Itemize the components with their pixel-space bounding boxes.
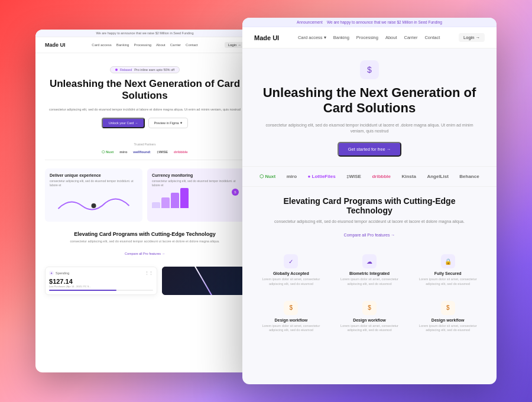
screenshot-left: We are happy to announce that we raise $…	[35, 30, 254, 372]
wave-illustration	[50, 191, 138, 217]
phone-card	[162, 267, 245, 295]
biometric-icon: ☁	[362, 254, 377, 268]
right-hero-description: consectetur adipiscing elit, sed do eius…	[260, 122, 479, 135]
right-navbar: Made UI Card access ▾ Banking Processing…	[242, 27, 497, 48]
right-hero-section: $ Unleashing the Next Generation of Card…	[242, 48, 497, 166]
trusted-label: Trusted Partners	[35, 142, 254, 146]
left-cutting-section: Elevating Card Programs with Cutting-Edg…	[35, 226, 254, 262]
design-workflow-2-desc: Lorem ipsum dolor sit amet, consectetur …	[336, 324, 403, 333]
partner-wellfound: wellfound:	[133, 150, 151, 154]
right-nav-contact[interactable]: Contact	[424, 35, 440, 40]
biometric-title: Biometric Integrated	[336, 271, 403, 275]
feature-design-workflow-3: $ Design workflow Lorem ipsum dolor sit …	[411, 296, 485, 338]
left-cutting-title: Elevating Card Programs with Cutting-Edg…	[45, 231, 245, 237]
spending-label: Spending	[56, 271, 69, 275]
left-feature-currency: Currency monitoring consectetur adipisci…	[147, 168, 245, 222]
right-compare-link[interactable]: Compare all Pro features →	[344, 233, 395, 237]
partner-logos-row: ⬡ Nuxt miro wellfound: ‡WISE dribbble	[35, 150, 254, 154]
phone-screen	[162, 267, 245, 295]
left-features-section: Deliver unique experience consectetur ad…	[35, 164, 254, 226]
right-login-button[interactable]: Login →	[459, 33, 485, 42]
left-announcement-text: We are happy to announce that we raise $…	[96, 31, 193, 35]
badge-pro: Pro inline earn upto 50% off	[134, 68, 174, 72]
feature-design-workflow-2: $ Design workflow Lorem ipsum dolor sit …	[333, 296, 407, 338]
right-partner-lottiefiles: ● LottieFiles	[308, 174, 336, 179]
biometric-desc: Lorem ipsum dolor sit amet, consectetur …	[336, 277, 403, 286]
left-announcement-bar: We are happy to announce that we raise $…	[35, 30, 254, 37]
right-partners-row: ⬡ Nuxt miro ● LottieFiles ‡WISE dribbble…	[242, 166, 497, 187]
spending-icon: ✦	[49, 271, 54, 275]
spending-progress-bar	[49, 290, 153, 291]
left-login-button[interactable]: Login →	[225, 42, 245, 48]
left-unlock-button[interactable]: Unlock your Card →	[102, 118, 145, 128]
right-logo: Made UI	[254, 34, 279, 41]
feature-biometric: ☁ Biometric Integrated Lorem ipsum dolor…	[333, 249, 407, 291]
left-trusted-partners: Trusted Partners ⬡ Nuxt miro wellfound: …	[35, 142, 254, 154]
design-workflow-1-title: Design workflow	[258, 318, 325, 322]
left-hero-section: Relased Pro inline earn upto 50% off Unl…	[35, 53, 254, 142]
left-cutting-desc: consectetur adipiscing elit, sed do eius…	[45, 239, 245, 244]
right-announcement-text: Announcement We are happy to announce th…	[297, 20, 442, 24]
globally-accepted-icon: ✓	[284, 254, 298, 268]
partner-nuxt: ⬡ Nuxt	[102, 150, 113, 154]
dollar-icon: $	[367, 65, 372, 74]
svg-point-0	[92, 203, 96, 208]
right-cutting-desc: consectetur adipiscing elit, sed do eius…	[260, 219, 479, 225]
feature-secured: 🔒 Fully Secured Lorem ipsum dolor sit am…	[411, 249, 485, 291]
right-partner-nuxt: ⬡ Nuxt	[259, 174, 275, 179]
left-hero-description: consectetur adipiscing elit, sed do eius…	[47, 107, 242, 112]
right-nav-processing[interactable]: Processing	[356, 35, 378, 40]
amount-value: 127.14	[53, 278, 73, 285]
globally-accepted-desc: Lorem ipsum dolor sit amet, consectetur …	[258, 277, 325, 286]
left-preview-button[interactable]: Preview in Figma ✦	[148, 118, 188, 128]
right-partner-behance: Behance	[459, 174, 479, 179]
left-nav-carrier[interactable]: Carrier	[170, 43, 181, 47]
right-partner-angellist: AngelList	[427, 174, 448, 179]
secured-title: Fully Secured	[414, 271, 481, 275]
right-cta-button[interactable]: Get started for free →	[338, 142, 402, 157]
left-compare-link[interactable]: Compare all Pro features →	[125, 252, 165, 255]
screenshot-right: Announcement We are happy to announce th…	[242, 18, 497, 384]
steps-illustration: $	[152, 187, 240, 208]
right-partner-wise: ‡WISE	[346, 174, 361, 179]
left-nav-links: Card access Banking Processing About Car…	[92, 43, 197, 47]
screenshots-container: We are happy to announce that we raise $…	[35, 18, 497, 384]
badge-new: Relased	[120, 68, 132, 72]
design-workflow-3-desc: Lorem ipsum dolor sit amet, consectetur …	[414, 324, 481, 333]
partner-wise: ‡WISE	[157, 150, 168, 154]
right-partner-kinsta: Kinsta	[401, 174, 416, 179]
left-nav-banking[interactable]: Banking	[116, 43, 129, 47]
left-nav-about[interactable]: About	[156, 43, 166, 47]
right-nav-card-access[interactable]: Card access ▾	[298, 35, 326, 40]
feature-design-workflow-1: $ Design workflow Lorem ipsum dolor sit …	[254, 296, 328, 338]
spending-title: ✦ Spending	[49, 271, 69, 275]
right-nav-about[interactable]: About	[385, 35, 397, 40]
left-logo: Made UI	[45, 42, 66, 48]
right-nav-banking[interactable]: Banking	[333, 35, 349, 40]
feature-globally-accepted: ✓ Globally Accepted Lorem ipsum dolor si…	[254, 249, 328, 291]
feature-currency-title: Currency monitoring	[152, 173, 240, 177]
left-badge: Relased Pro inline earn upto 50% off	[110, 66, 180, 73]
right-nav-links: Card access ▾ Banking Processing About C…	[298, 35, 440, 40]
spending-amount: $127.14	[49, 278, 153, 285]
partner-miro: miro	[119, 150, 127, 154]
design-workflow-3-icon: $	[441, 301, 455, 315]
right-nav-carrier[interactable]: Carrier	[404, 35, 418, 40]
spending-menu[interactable]: ⋮⋮	[145, 271, 153, 275]
left-hero-title: Unleashing the Next Generation of Card S…	[47, 78, 242, 102]
spending-card: ✦ Spending ⋮⋮ $127.14 Last Purchases | A…	[45, 267, 157, 295]
right-hero-icon: $	[360, 60, 379, 79]
design-workflow-1-desc: Lorem ipsum dolor sit amet, consectetur …	[258, 324, 325, 333]
left-nav-processing[interactable]: Processing	[134, 43, 151, 47]
secured-desc: Lorem ipsum dolor sit amet, consectetur …	[414, 277, 481, 286]
feature-experience-desc: consectetur adipiscing elit, sed do eius…	[50, 179, 138, 187]
partner-dribbble: dribbble	[174, 150, 188, 154]
right-hero-title: Unleashing the Next Generation of Card S…	[260, 85, 479, 116]
secured-icon: 🔒	[441, 254, 455, 268]
globally-accepted-title: Globally Accepted	[258, 271, 325, 275]
left-nav-contact[interactable]: Contact	[186, 43, 198, 47]
right-features-grid: ✓ Globally Accepted Lorem ipsum dolor si…	[242, 244, 497, 343]
right-partner-miro: miro	[287, 174, 297, 179]
badge-dot	[115, 69, 118, 71]
left-nav-card-access[interactable]: Card access	[92, 43, 111, 47]
